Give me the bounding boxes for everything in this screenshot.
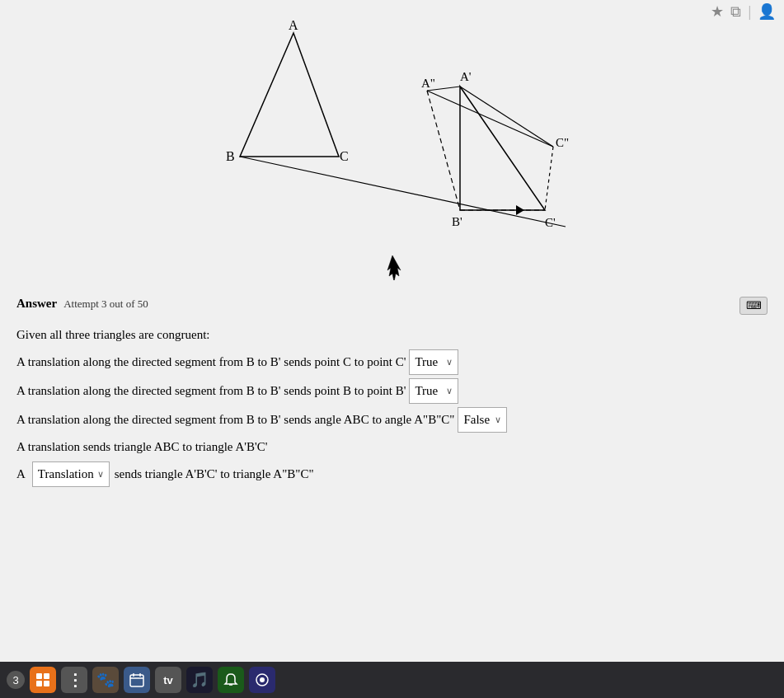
bottom-taskbar: 3 ⋮ 🐾 tv 🎵 [0, 662, 784, 698]
label-B-prime: B' [452, 215, 462, 228]
svg-point-19 [260, 677, 265, 682]
dropdown-line1[interactable]: True ∨ [409, 349, 458, 375]
badge-3: 3 [7, 671, 25, 689]
svg-rect-11 [36, 681, 42, 686]
answer-line-2: A translation along the directed segment… [16, 378, 768, 404]
taskbar-icon-blue[interactable] [249, 667, 275, 693]
taskbar-icon-music[interactable]: 🎵 [186, 667, 213, 693]
svg-rect-12 [44, 681, 49, 686]
geometry-diagram: A B C A" A' B' C' C" [104, 16, 681, 280]
answer-label: Answer [16, 297, 57, 311]
cursor [387, 255, 401, 280]
taskbar-icon-tv[interactable]: tv [155, 667, 181, 693]
chevron-icon-2: ∨ [446, 383, 453, 400]
taskbar-icon-paw[interactable]: 🐾 [92, 667, 119, 693]
answer-section: Answer Attempt 3 out of 50 ⌨ Given all t… [16, 297, 768, 490]
label-B: B [226, 149, 235, 163]
svg-line-1 [240, 157, 566, 227]
taskbar-icon-notification[interactable] [218, 667, 244, 693]
answer-line-3: A translation along the directed segment… [16, 407, 768, 433]
chevron-icon: ∨ [446, 354, 453, 371]
label-C: C [340, 149, 349, 163]
dropdown-line2[interactable]: True ∨ [409, 378, 458, 404]
taskbar-icon-1[interactable] [30, 667, 56, 693]
keyboard-icon-box[interactable]: ⌨ [739, 297, 768, 315]
chevron-icon-3: ∨ [495, 412, 501, 429]
label-A: A [289, 18, 298, 32]
svg-line-8 [460, 87, 553, 147]
svg-rect-10 [44, 673, 49, 679]
label-A-prime: A' [460, 70, 472, 83]
svg-line-5 [427, 91, 553, 147]
taskbar-icon-calendar[interactable] [124, 667, 150, 693]
intro-line: Given all three triangles are congruent: [16, 324, 768, 346]
answer-line-4: A translation sends triangle ABC to tria… [16, 436, 768, 458]
label-C-double-prime: C" [556, 136, 569, 149]
arrow-bc [516, 205, 524, 215]
svg-marker-2 [460, 87, 545, 210]
label-C-prime: C' [545, 216, 556, 229]
answer-body: Given all three triangles are congruent:… [16, 324, 768, 487]
main-content: ★ ⧉ | 👤 A B C [0, 0, 784, 698]
dropdown-line5[interactable]: Translation ∨ [32, 461, 110, 487]
svg-rect-9 [36, 673, 42, 679]
svg-marker-0 [240, 33, 339, 157]
chevron-icon-5: ∨ [97, 466, 104, 483]
label-A-double-prime: A" [421, 77, 435, 90]
diagram-area: A B C A" A' B' C' C" [0, 8, 784, 288]
answer-line-5: A Translation ∨ sends triangle A'B'C' to… [16, 461, 768, 487]
taskbar-icon-dots[interactable]: ⋮ [61, 667, 87, 693]
svg-rect-13 [130, 675, 143, 686]
dropdown-line3[interactable]: False ∨ [458, 407, 507, 433]
svg-line-7 [545, 147, 553, 210]
answer-line-1: A translation along the directed segment… [16, 349, 768, 375]
svg-line-3 [427, 91, 460, 210]
attempt-label: Attempt 3 out of 50 [63, 297, 148, 311]
